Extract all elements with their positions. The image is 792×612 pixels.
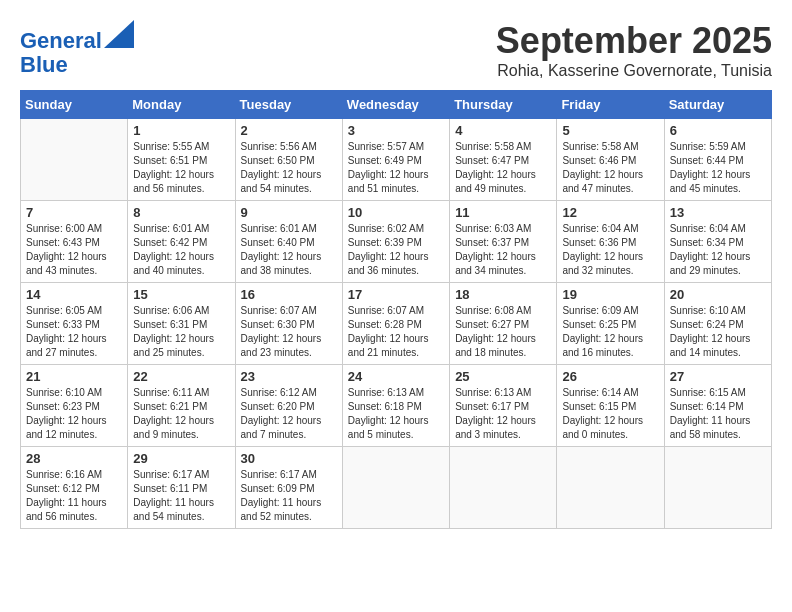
calendar-cell: 25Sunrise: 6:13 AM Sunset: 6:17 PM Dayli… (450, 365, 557, 447)
calendar-cell (664, 447, 771, 529)
month-title: September 2025 (496, 20, 772, 62)
calendar-cell: 1Sunrise: 5:55 AM Sunset: 6:51 PM Daylig… (128, 119, 235, 201)
day-number: 4 (455, 123, 551, 138)
calendar-cell: 6Sunrise: 5:59 AM Sunset: 6:44 PM Daylig… (664, 119, 771, 201)
calendar-cell: 28Sunrise: 6:16 AM Sunset: 6:12 PM Dayli… (21, 447, 128, 529)
day-info: Sunrise: 6:06 AM Sunset: 6:31 PM Dayligh… (133, 304, 229, 360)
calendar-cell (450, 447, 557, 529)
day-info: Sunrise: 5:59 AM Sunset: 6:44 PM Dayligh… (670, 140, 766, 196)
day-number: 25 (455, 369, 551, 384)
day-info: Sunrise: 6:04 AM Sunset: 6:36 PM Dayligh… (562, 222, 658, 278)
calendar-cell: 15Sunrise: 6:06 AM Sunset: 6:31 PM Dayli… (128, 283, 235, 365)
calendar-cell: 30Sunrise: 6:17 AM Sunset: 6:09 PM Dayli… (235, 447, 342, 529)
calendar-table: SundayMondayTuesdayWednesdayThursdayFrid… (20, 90, 772, 529)
day-info: Sunrise: 6:10 AM Sunset: 6:23 PM Dayligh… (26, 386, 122, 442)
calendar-cell: 23Sunrise: 6:12 AM Sunset: 6:20 PM Dayli… (235, 365, 342, 447)
calendar-cell: 16Sunrise: 6:07 AM Sunset: 6:30 PM Dayli… (235, 283, 342, 365)
day-number: 30 (241, 451, 337, 466)
calendar-cell: 5Sunrise: 5:58 AM Sunset: 6:46 PM Daylig… (557, 119, 664, 201)
day-info: Sunrise: 5:56 AM Sunset: 6:50 PM Dayligh… (241, 140, 337, 196)
day-info: Sunrise: 6:10 AM Sunset: 6:24 PM Dayligh… (670, 304, 766, 360)
calendar-body: 1Sunrise: 5:55 AM Sunset: 6:51 PM Daylig… (21, 119, 772, 529)
calendar-week-row: 7Sunrise: 6:00 AM Sunset: 6:43 PM Daylig… (21, 201, 772, 283)
day-number: 11 (455, 205, 551, 220)
weekday-header: Wednesday (342, 91, 449, 119)
day-info: Sunrise: 6:14 AM Sunset: 6:15 PM Dayligh… (562, 386, 658, 442)
calendar-cell: 26Sunrise: 6:14 AM Sunset: 6:15 PM Dayli… (557, 365, 664, 447)
weekday-header: Friday (557, 91, 664, 119)
calendar-cell: 2Sunrise: 5:56 AM Sunset: 6:50 PM Daylig… (235, 119, 342, 201)
day-number: 22 (133, 369, 229, 384)
day-number: 1 (133, 123, 229, 138)
calendar-cell: 9Sunrise: 6:01 AM Sunset: 6:40 PM Daylig… (235, 201, 342, 283)
svg-marker-0 (104, 20, 134, 48)
day-info: Sunrise: 6:01 AM Sunset: 6:42 PM Dayligh… (133, 222, 229, 278)
day-info: Sunrise: 6:13 AM Sunset: 6:18 PM Dayligh… (348, 386, 444, 442)
day-info: Sunrise: 6:11 AM Sunset: 6:21 PM Dayligh… (133, 386, 229, 442)
calendar-cell: 4Sunrise: 5:58 AM Sunset: 6:47 PM Daylig… (450, 119, 557, 201)
weekday-header: Sunday (21, 91, 128, 119)
day-info: Sunrise: 6:07 AM Sunset: 6:28 PM Dayligh… (348, 304, 444, 360)
day-info: Sunrise: 5:58 AM Sunset: 6:46 PM Dayligh… (562, 140, 658, 196)
day-info: Sunrise: 5:55 AM Sunset: 6:51 PM Dayligh… (133, 140, 229, 196)
day-number: 24 (348, 369, 444, 384)
day-number: 12 (562, 205, 658, 220)
calendar-week-row: 28Sunrise: 6:16 AM Sunset: 6:12 PM Dayli… (21, 447, 772, 529)
weekday-header: Monday (128, 91, 235, 119)
day-number: 5 (562, 123, 658, 138)
calendar-cell: 21Sunrise: 6:10 AM Sunset: 6:23 PM Dayli… (21, 365, 128, 447)
calendar-cell: 14Sunrise: 6:05 AM Sunset: 6:33 PM Dayli… (21, 283, 128, 365)
calendar-cell: 27Sunrise: 6:15 AM Sunset: 6:14 PM Dayli… (664, 365, 771, 447)
day-number: 27 (670, 369, 766, 384)
calendar-cell: 11Sunrise: 6:03 AM Sunset: 6:37 PM Dayli… (450, 201, 557, 283)
day-number: 23 (241, 369, 337, 384)
day-info: Sunrise: 6:01 AM Sunset: 6:40 PM Dayligh… (241, 222, 337, 278)
calendar-cell: 20Sunrise: 6:10 AM Sunset: 6:24 PM Dayli… (664, 283, 771, 365)
calendar-week-row: 1Sunrise: 5:55 AM Sunset: 6:51 PM Daylig… (21, 119, 772, 201)
calendar-cell: 29Sunrise: 6:17 AM Sunset: 6:11 PM Dayli… (128, 447, 235, 529)
calendar-header-row: SundayMondayTuesdayWednesdayThursdayFrid… (21, 91, 772, 119)
day-number: 6 (670, 123, 766, 138)
calendar-cell: 24Sunrise: 6:13 AM Sunset: 6:18 PM Dayli… (342, 365, 449, 447)
calendar-cell: 17Sunrise: 6:07 AM Sunset: 6:28 PM Dayli… (342, 283, 449, 365)
day-info: Sunrise: 6:09 AM Sunset: 6:25 PM Dayligh… (562, 304, 658, 360)
calendar-cell: 7Sunrise: 6:00 AM Sunset: 6:43 PM Daylig… (21, 201, 128, 283)
day-number: 13 (670, 205, 766, 220)
day-number: 19 (562, 287, 658, 302)
calendar-cell: 10Sunrise: 6:02 AM Sunset: 6:39 PM Dayli… (342, 201, 449, 283)
calendar-cell: 13Sunrise: 6:04 AM Sunset: 6:34 PM Dayli… (664, 201, 771, 283)
day-info: Sunrise: 6:08 AM Sunset: 6:27 PM Dayligh… (455, 304, 551, 360)
day-info: Sunrise: 6:17 AM Sunset: 6:11 PM Dayligh… (133, 468, 229, 524)
calendar-cell: 18Sunrise: 6:08 AM Sunset: 6:27 PM Dayli… (450, 283, 557, 365)
day-number: 15 (133, 287, 229, 302)
day-number: 28 (26, 451, 122, 466)
weekday-header: Thursday (450, 91, 557, 119)
calendar-cell: 12Sunrise: 6:04 AM Sunset: 6:36 PM Dayli… (557, 201, 664, 283)
day-info: Sunrise: 6:17 AM Sunset: 6:09 PM Dayligh… (241, 468, 337, 524)
day-info: Sunrise: 6:13 AM Sunset: 6:17 PM Dayligh… (455, 386, 551, 442)
day-number: 16 (241, 287, 337, 302)
page-header: General Blue September 2025 Rohia, Kasse… (20, 20, 772, 80)
day-info: Sunrise: 6:02 AM Sunset: 6:39 PM Dayligh… (348, 222, 444, 278)
day-info: Sunrise: 6:12 AM Sunset: 6:20 PM Dayligh… (241, 386, 337, 442)
day-info: Sunrise: 6:07 AM Sunset: 6:30 PM Dayligh… (241, 304, 337, 360)
calendar-cell (342, 447, 449, 529)
calendar-cell: 22Sunrise: 6:11 AM Sunset: 6:21 PM Dayli… (128, 365, 235, 447)
calendar-cell: 3Sunrise: 5:57 AM Sunset: 6:49 PM Daylig… (342, 119, 449, 201)
calendar-cell (21, 119, 128, 201)
day-number: 7 (26, 205, 122, 220)
day-number: 26 (562, 369, 658, 384)
weekday-header: Saturday (664, 91, 771, 119)
day-info: Sunrise: 6:04 AM Sunset: 6:34 PM Dayligh… (670, 222, 766, 278)
title-block: September 2025 Rohia, Kasserine Governor… (496, 20, 772, 80)
day-number: 20 (670, 287, 766, 302)
day-number: 9 (241, 205, 337, 220)
location-title: Rohia, Kasserine Governorate, Tunisia (496, 62, 772, 80)
day-info: Sunrise: 6:03 AM Sunset: 6:37 PM Dayligh… (455, 222, 551, 278)
day-number: 18 (455, 287, 551, 302)
day-info: Sunrise: 6:05 AM Sunset: 6:33 PM Dayligh… (26, 304, 122, 360)
day-number: 29 (133, 451, 229, 466)
day-info: Sunrise: 5:58 AM Sunset: 6:47 PM Dayligh… (455, 140, 551, 196)
calendar-week-row: 14Sunrise: 6:05 AM Sunset: 6:33 PM Dayli… (21, 283, 772, 365)
logo: General Blue (20, 20, 134, 77)
